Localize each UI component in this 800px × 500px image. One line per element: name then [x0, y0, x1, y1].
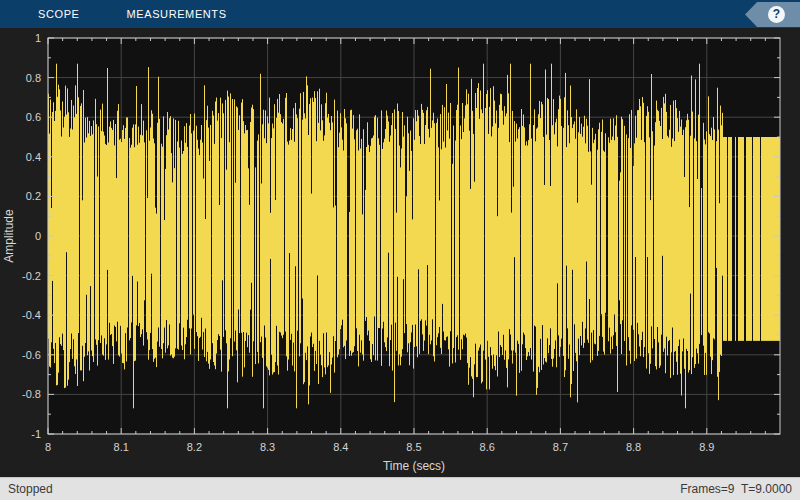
x-tick-label: 8.4 — [333, 441, 348, 453]
toolbar: SCOPE MEASUREMENTS ? — [0, 0, 800, 28]
x-tick-label: 8.7 — [553, 441, 568, 453]
status-text: Stopped — [8, 482, 53, 496]
y-tick-label: -0.6 — [22, 349, 41, 361]
frames-time-text: Frames=9 T=9.0000 — [680, 482, 792, 496]
tab-measurements[interactable]: MEASUREMENTS — [127, 0, 227, 28]
y-tick-label: 0 — [35, 230, 41, 242]
y-axis-label: Amplitude — [2, 209, 16, 263]
help-question-icon: ? — [768, 6, 785, 23]
status-bar: Stopped Frames=9 T=9.0000 — [0, 477, 800, 500]
x-tick-label: 8 — [45, 441, 51, 453]
x-tick-label: 8.3 — [260, 441, 275, 453]
x-tick-label: 8.8 — [626, 441, 641, 453]
tab-scope[interactable]: SCOPE — [38, 0, 80, 28]
x-tick-label: 8.1 — [114, 441, 129, 453]
y-tick-label: 0.8 — [26, 72, 41, 84]
x-tick-label: 8.9 — [699, 441, 714, 453]
y-tick-label: -0.4 — [22, 309, 41, 321]
x-axis-label: Time (secs) — [383, 459, 445, 473]
help-button[interactable]: ? — [745, 2, 800, 27]
y-tick-label: 0.2 — [26, 190, 41, 202]
scope-window: SCOPE MEASUREMENTS ? 88.18.28.38.48.58.6… — [0, 0, 800, 500]
plot-panel: 88.18.28.38.48.58.68.78.88.9-1-0.8-0.6-0… — [0, 28, 800, 477]
y-tick-label: 0.6 — [26, 111, 41, 123]
x-tick-label: 8.6 — [480, 441, 495, 453]
x-tick-label: 8.2 — [187, 441, 202, 453]
x-tick-label: 8.5 — [406, 441, 421, 453]
y-tick-label: 0.4 — [26, 151, 41, 163]
y-tick-label: -0.2 — [22, 270, 41, 282]
y-tick-label: -0.8 — [22, 388, 41, 400]
y-tick-label: 1 — [35, 32, 41, 44]
scope-chart: 88.18.28.38.48.58.68.78.88.9-1-0.8-0.6-0… — [0, 28, 800, 477]
y-tick-label: -1 — [31, 428, 41, 440]
